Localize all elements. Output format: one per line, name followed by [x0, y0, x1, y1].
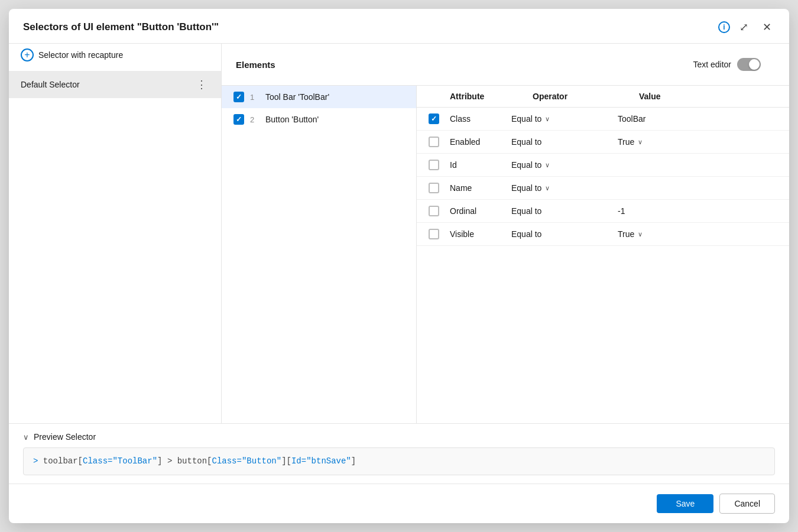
right-top-bar: Elements Text editor — [222, 44, 789, 86]
element-checkbox-1[interactable]: ✓ — [233, 92, 244, 102]
more-options-icon[interactable]: ⋮ — [194, 77, 209, 92]
attr-name-id: Id — [450, 160, 511, 170]
check-icon-2: ✓ — [236, 116, 242, 123]
attr-name-class: Class — [450, 114, 511, 124]
element-item-2[interactable]: ✓ 2 Button 'Button' — [222, 108, 416, 131]
code-selector-toolbar: toolbar[ — [43, 456, 83, 466]
sidebar-item-default[interactable]: Default Selector ⋮ — [9, 71, 221, 98]
sidebar: + Selector with recapture Default Select… — [9, 44, 222, 423]
plus-circle-icon: + — [21, 48, 34, 61]
attr-operator-class: Equal to ∨ — [511, 114, 618, 124]
attr-value-class: ToolBar — [618, 114, 777, 124]
dialog-footer: Save Cancel — [9, 484, 789, 523]
dialog-header: Selectors of UI element "Button 'Button'… — [9, 9, 789, 44]
attr-name-enabled: Enabled — [450, 137, 511, 147]
attr-name-visible: Visible — [450, 229, 511, 239]
attr-checkbox-name[interactable] — [429, 183, 439, 193]
attr-row-enabled: Enabled Equal to True ∨ — [417, 131, 789, 154]
attr-row-id: Id Equal to ∨ — [417, 154, 789, 177]
code-attr-class1: Class= — [83, 456, 112, 466]
attr-name-ordinal: Ordinal — [450, 206, 511, 216]
operator-chevron-class[interactable]: ∨ — [545, 115, 550, 123]
preview-code-block: > toolbar[Class="ToolBar"] > button[Clas… — [23, 447, 775, 475]
element-item-1[interactable]: ✓ 1 Tool Bar 'ToolBar' — [222, 86, 416, 108]
elements-header: Elements — [236, 60, 275, 70]
check-icon-1: ✓ — [236, 93, 242, 100]
value-chevron-visible[interactable]: ∨ — [638, 231, 643, 238]
header-actions: ⤢ ✕ — [736, 20, 775, 35]
operator-chevron-name[interactable]: ∨ — [545, 184, 550, 192]
add-selector-button[interactable]: + Selector with recapture — [9, 44, 221, 66]
element-index-2: 2 — [250, 115, 259, 124]
dialog-title: Selectors of UI element "Button 'Button'… — [23, 21, 712, 33]
toggle-knob — [749, 59, 760, 70]
attr-operator-id: Equal to ∨ — [511, 160, 618, 170]
operator-chevron-id[interactable]: ∨ — [545, 161, 550, 169]
expand-button[interactable]: ⤢ — [736, 20, 752, 35]
code-bracket-close2: ] — [351, 456, 356, 466]
element-label-1: Tool Bar 'ToolBar' — [265, 92, 329, 102]
attr-column-headers: Attribute Operator Value — [417, 86, 789, 108]
text-editor-toggle: Text editor — [693, 51, 775, 78]
attributes-panel: Attribute Operator Value ✓ Class — [417, 86, 789, 423]
attr-checkbox-enabled[interactable] — [429, 137, 439, 147]
element-checkbox-2[interactable]: ✓ — [233, 114, 244, 125]
element-label-2: Button 'Button' — [265, 115, 319, 124]
attr-check-class: ✓ — [431, 115, 437, 122]
dialog-body: + Selector with recapture Default Select… — [9, 44, 789, 423]
attr-value-ordinal: -1 — [618, 206, 777, 216]
value-chevron-enabled[interactable]: ∨ — [638, 138, 643, 146]
element-index-1: 1 — [250, 93, 259, 102]
code-val-button-class: "Button" — [242, 456, 281, 466]
info-icon[interactable]: i — [718, 21, 730, 33]
attr-checkbox-visible[interactable] — [429, 229, 439, 239]
code-bracket-mid: ][ — [281, 456, 291, 466]
attr-checkbox-ordinal[interactable] — [429, 206, 439, 216]
attr-row-ordinal: Ordinal Equal to -1 — [417, 200, 789, 223]
code-val-id: "btnSave" — [306, 456, 351, 466]
text-editor-label: Text editor — [693, 60, 731, 69]
preview-chevron-icon: ∨ — [23, 433, 29, 442]
attr-row-class: ✓ Class Equal to ∨ ToolBar — [417, 108, 789, 131]
attr-value-enabled: True ∨ — [618, 137, 777, 147]
code-val-toolbar: "ToolBar" — [112, 456, 157, 466]
preview-header-label: Preview Selector — [34, 432, 96, 442]
elements-and-attrs: ✓ 1 Tool Bar 'ToolBar' ✓ 2 Button 'Butto… — [222, 86, 789, 423]
text-editor-switch[interactable] — [737, 58, 761, 71]
code-arrow: > — [33, 456, 43, 466]
close-button[interactable]: ✕ — [759, 20, 775, 35]
cancel-button[interactable]: Cancel — [719, 494, 775, 514]
attr-name-name: Name — [450, 183, 511, 193]
attr-checkbox-id[interactable] — [429, 160, 439, 170]
code-bracket-close1: ] > button[ — [157, 456, 212, 466]
save-button[interactable]: Save — [657, 494, 713, 513]
preview-section: ∨ Preview Selector > toolbar[Class="Tool… — [9, 423, 789, 484]
code-attr-class2: Class= — [212, 456, 242, 466]
col-header-value: Value — [639, 92, 777, 101]
elements-panel: ✓ 1 Tool Bar 'ToolBar' ✓ 2 Button 'Butto… — [222, 86, 417, 423]
attr-row-name: Name Equal to ∨ — [417, 177, 789, 200]
dialog-container: Selectors of UI element "Button 'Button'… — [9, 9, 789, 523]
add-selector-label: Selector with recapture — [38, 50, 123, 60]
attr-operator-ordinal: Equal to — [511, 206, 618, 216]
attr-operator-visible: Equal to — [511, 229, 618, 239]
attr-operator-enabled: Equal to — [511, 137, 618, 147]
attr-value-visible: True ∨ — [618, 229, 777, 239]
col-header-operator: Operator — [533, 92, 639, 101]
attr-checkbox-class[interactable]: ✓ — [429, 113, 439, 124]
col-header-attribute: Attribute — [450, 92, 533, 101]
code-attr-id: Id= — [291, 456, 306, 466]
attr-operator-name: Equal to ∨ — [511, 183, 618, 193]
attr-row-visible: Visible Equal to True ∨ — [417, 223, 789, 246]
preview-header[interactable]: ∨ Preview Selector — [23, 432, 775, 442]
selector-name: Default Selector — [21, 80, 194, 89]
right-main: Elements Text editor ✓ 1 — [222, 44, 789, 423]
